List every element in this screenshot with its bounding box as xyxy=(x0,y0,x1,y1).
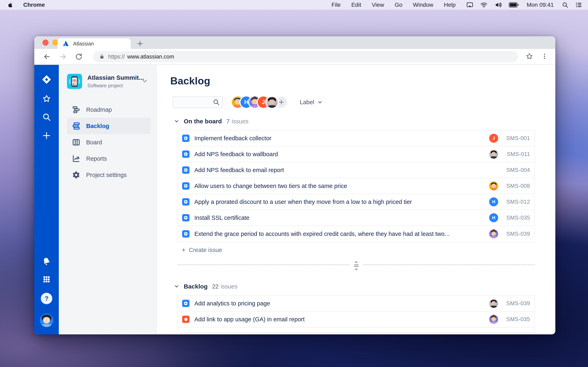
app-switcher-grid-icon[interactable] xyxy=(43,275,51,284)
apple-menu-icon[interactable] xyxy=(7,1,14,8)
forward-button[interactable] xyxy=(58,51,68,62)
issue-key: SMS-035 xyxy=(502,316,530,323)
atlassian-favicon xyxy=(62,40,69,47)
new-tab-button[interactable] xyxy=(136,39,145,48)
sidebar-item-backlog[interactable]: Backlog xyxy=(67,118,151,134)
assignee-avatar[interactable] xyxy=(489,229,498,238)
assignee-avatar[interactable] xyxy=(489,299,498,308)
url-bar[interactable]: https:// www.atlassian.com xyxy=(93,51,518,62)
backlog-issue-list: Add analytics to pricing page SMS-039 Ad… xyxy=(178,295,535,333)
display-icon[interactable] xyxy=(466,1,473,8)
help-icon[interactable]: ? xyxy=(41,293,52,304)
menu-list-icon[interactable] xyxy=(575,1,582,8)
section-header-on-the-board[interactable]: On the board 7 issues xyxy=(174,118,555,125)
project-avatar xyxy=(67,74,82,89)
story-icon xyxy=(182,166,190,174)
assignee-avatar[interactable] xyxy=(489,150,498,159)
starred-icon[interactable] xyxy=(42,94,51,103)
story-icon xyxy=(182,134,190,142)
assignee-avatar[interactable] xyxy=(489,315,498,324)
browser-tab-atlassian[interactable]: Atlassian xyxy=(58,38,131,49)
issue-row[interactable]: Add link to app usage (GA) in email repo… xyxy=(178,312,535,327)
sidebar-item-project-settings[interactable]: Project settings xyxy=(67,167,151,183)
create-issue-label: Create issue xyxy=(189,247,222,253)
issue-title: Add analytics to pricing page xyxy=(194,300,270,307)
menu-edit[interactable]: Edit xyxy=(351,2,361,8)
section-header-backlog[interactable]: Backlog 22 issues xyxy=(174,283,555,290)
assignee-avatar[interactable]: H xyxy=(489,197,498,206)
issue-row[interactable]: Apply a prorated discount to a user when… xyxy=(178,194,535,210)
assignee-avatar[interactable]: J xyxy=(489,134,498,143)
menu-window[interactable]: Window xyxy=(413,2,433,8)
jira-logo-icon[interactable] xyxy=(41,74,52,85)
create-icon[interactable] xyxy=(42,131,51,140)
search-icon[interactable] xyxy=(42,113,51,122)
collapse-chevron-icon[interactable] xyxy=(174,118,179,125)
section-issue-unit: issues xyxy=(221,283,237,290)
label-dropdown[interactable]: Label xyxy=(300,99,323,106)
search-input-wrap[interactable] xyxy=(173,96,223,108)
spotlight-icon[interactable] xyxy=(562,2,568,8)
issue-key: SMS-008 xyxy=(502,183,530,189)
story-icon xyxy=(182,214,190,221)
menu-help[interactable]: Help xyxy=(444,2,456,8)
close-window-button[interactable] xyxy=(43,40,49,46)
macos-menubar: Chrome File Edit View Go Window Help Mon… xyxy=(0,0,588,10)
menu-file[interactable]: File xyxy=(332,2,341,8)
issue-row[interactable]: Extend the grace period to accounts with… xyxy=(178,226,535,242)
lock-icon[interactable] xyxy=(99,54,104,59)
search-icon xyxy=(213,99,220,106)
project-switcher[interactable]: Atlassian Summit... Software project xyxy=(67,74,156,89)
sidebar-item-roadmap[interactable]: Roadmap xyxy=(67,101,151,118)
notifications-bell-icon[interactable] xyxy=(42,257,51,266)
battery-icon[interactable] xyxy=(509,2,519,8)
story-icon xyxy=(182,150,190,158)
chevron-down-icon xyxy=(141,77,148,85)
sidebar-item-reports[interactable]: Reports xyxy=(67,150,151,167)
menubar-clock[interactable]: Mon 09:41 xyxy=(527,2,554,8)
search-input[interactable] xyxy=(176,99,213,105)
issue-key: SMS-039 xyxy=(502,300,530,307)
issue-row[interactable]: Add NPS feedback to email report SMS-004 xyxy=(178,162,535,178)
issue-row[interactable]: Add NPS feedback to wallboard SMS-011 xyxy=(178,146,535,162)
volume-icon[interactable] xyxy=(494,1,502,8)
bookmark-star-icon[interactable] xyxy=(526,52,533,61)
section-issue-count: 7 xyxy=(226,118,230,125)
project-type: Software project xyxy=(87,83,136,89)
tab-strip: Atlassian xyxy=(34,36,555,49)
issue-title: Add NPS feedback to email report xyxy=(194,167,284,174)
issue-row[interactable]: Add analytics to pricing page SMS-039 xyxy=(178,296,535,312)
sidebar-item-label: Project settings xyxy=(86,172,127,178)
sidebar-item-label: Reports xyxy=(86,155,107,162)
wifi-icon[interactable] xyxy=(480,1,488,8)
resize-handle-icon[interactable] xyxy=(350,261,363,271)
browser-menu-icon[interactable] xyxy=(541,53,548,60)
sidebar-item-label: Roadmap xyxy=(86,106,112,113)
section-title: Backlog xyxy=(184,283,208,290)
issue-title: Install SSL certificate xyxy=(194,215,250,221)
reload-button[interactable] xyxy=(73,51,84,62)
backlog-page: Backlog H J xyxy=(157,65,555,334)
issue-title: Allow users to change between two tiers … xyxy=(194,183,347,189)
issue-title: Add link to app usage (GA) in email repo… xyxy=(194,316,305,323)
user-profile-avatar[interactable] xyxy=(40,314,53,327)
filter-controls: H J Label xyxy=(173,96,555,108)
menu-chrome[interactable]: Chrome xyxy=(23,2,321,8)
assignee-avatar[interactable] xyxy=(489,182,498,191)
issue-key: SMS-039 xyxy=(502,231,530,237)
browser-window: Atlassian https:// www.atlassian.com xyxy=(34,36,555,334)
issue-row[interactable]: Allow users to change between two tiers … xyxy=(178,178,535,194)
sidebar-item-board[interactable]: Board xyxy=(67,134,151,150)
issue-row[interactable]: Install SSL certificate H SMS-035 xyxy=(178,210,535,226)
photo-man-avatar[interactable] xyxy=(266,96,278,108)
issue-title: Implement feedback collector xyxy=(194,135,271,142)
issue-row[interactable]: Implement feedback collector J SMS-001 xyxy=(178,131,535,146)
plus-icon: + xyxy=(182,247,186,253)
back-button[interactable] xyxy=(42,51,52,62)
create-issue-button[interactable]: + Create issue xyxy=(182,247,555,253)
menu-view[interactable]: View xyxy=(372,2,384,8)
tab-title: Atlassian xyxy=(73,41,94,47)
menu-go[interactable]: Go xyxy=(395,2,402,8)
collapse-chevron-icon[interactable] xyxy=(174,284,179,290)
assignee-avatar[interactable]: H xyxy=(489,213,498,222)
